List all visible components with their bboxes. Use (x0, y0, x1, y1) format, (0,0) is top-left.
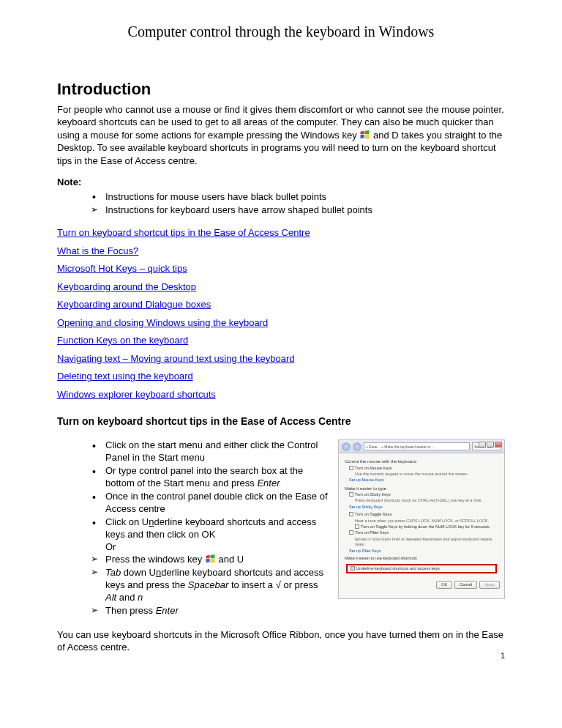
back-icon (342, 442, 351, 451)
panel-togglekeys-opt: Turn on Toggle Keys by holding down the … (355, 524, 498, 530)
panel-sec2-title: Make it easier to type (345, 486, 498, 491)
toc-link-4[interactable]: Keyboarding around Dialogue boxes (57, 298, 505, 311)
panel-red-title: Make it easier to use keyboard shortcuts (345, 556, 498, 561)
panel-filterkeys: Turn on Filter Keys (349, 530, 498, 535)
step-3: Once in the control panel double click o… (92, 491, 331, 516)
toc-link-3[interactable]: Keyboarding around the Desktop (57, 281, 505, 294)
step-4: Click on Underline keyboard shortcuts an… (92, 516, 331, 554)
panel-highlight-box: Underline keyboard shortcuts and access … (346, 564, 497, 573)
intro-heading: Introduction (57, 78, 505, 100)
toc-link-0[interactable]: Turn on keyboard shortcut tips in the Ea… (57, 226, 505, 239)
toc-link-8[interactable]: Deleting text using the keyboard (57, 370, 505, 383)
closing-paragraph: You can use keyboard shortcuts in the Mi… (57, 628, 505, 654)
step-6: Tab down Underline keyboard shortcuts an… (92, 567, 331, 604)
step-2: Or type control panel into the search bo… (92, 465, 331, 490)
panel-mousekeys: Turn on Mouse Keys (349, 466, 498, 471)
panel-stickykeys-desc: Press keyboard shortcuts (such as CTRL+A… (355, 498, 498, 503)
page-number: 1 (501, 650, 505, 661)
maximize-icon (487, 442, 494, 447)
apply-button: Apply (479, 581, 500, 589)
ok-button: OK (436, 581, 452, 589)
toc-link-5[interactable]: Opening and closing Windows using the ke… (57, 316, 505, 330)
panel-stickykeys: Turn on Sticky Keys (349, 492, 498, 497)
step-1: Click on the start menu and either click… (92, 439, 331, 464)
toc-link-9[interactable]: Windows explorer keyboard shortcuts (57, 388, 505, 401)
panel-sec1-title: Control the mouse with the keyboard (345, 458, 498, 464)
step-5: Press the windows key and U (92, 554, 331, 566)
panel-filterkeys-link: Set up Filter Keys (349, 549, 498, 554)
page-title: Computer control through the keyboard in… (57, 22, 505, 42)
panel-mousekeys-desc: Use the numeric keypad to move the mouse… (355, 472, 498, 477)
toc-link-1[interactable]: What is the Focus? (57, 245, 505, 258)
forward-icon (353, 442, 361, 451)
note-label: Note: (57, 176, 505, 189)
panel-togglekeys: Turn on Toggle Keys (349, 512, 498, 517)
step-7: Then press Enter (92, 605, 331, 617)
cancel-button: Cancel (454, 581, 477, 589)
toc-link-7[interactable]: Navigating text – Moving around text usi… (57, 352, 505, 365)
minimize-icon (479, 442, 486, 447)
steps-list: Click on the start menu and either click… (57, 439, 331, 617)
panel-mousekeys-link: Set up Mouse Keys (349, 478, 498, 483)
breadcrumb: « Ease... » Make the keyboard easier to … (364, 442, 470, 450)
note-mouse: Instructions for mouse users have black … (92, 190, 505, 204)
note-list: Instructions for mouse users have black … (57, 190, 505, 216)
table-of-contents: Turn on keyboard shortcut tips in the Ea… (57, 226, 505, 401)
intro-paragraph: For people who cannot use a mouse or fin… (57, 103, 505, 168)
windows-key-icon (359, 130, 370, 139)
panel-filterkeys-desc: Ignore or slow down brief or repeated ke… (355, 537, 498, 548)
section-heading: Turn on keyboard shortcut tips in the Ea… (57, 415, 505, 428)
close-icon (495, 442, 502, 447)
note-keyboard: Instructions for keyboard users have arr… (92, 204, 505, 217)
toc-link-2[interactable]: Microsoft Hot Keys – quick tips (57, 262, 505, 275)
panel-stickykeys-link: Set up Sticky Keys (349, 505, 498, 510)
windows-key-icon (205, 554, 216, 563)
toc-link-6[interactable]: Function Keys on the keyboard (57, 334, 505, 347)
ease-of-access-screenshot: « Ease... » Make the keyboard easier to … (338, 439, 505, 599)
panel-togglekeys-desc: Hear a tone when you press CAPS LOCK, NU… (355, 519, 498, 524)
